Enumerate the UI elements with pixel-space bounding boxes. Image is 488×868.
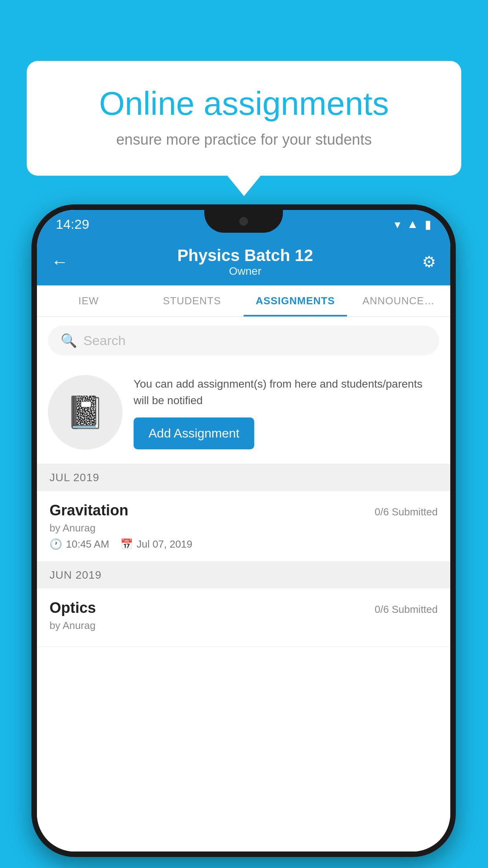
search-input-wrapper[interactable]: 🔍 Search bbox=[48, 326, 439, 355]
assignment-date-value: Jul 07, 2019 bbox=[137, 538, 193, 550]
phone-screen: 14:29 ▾ ▲ ▮ ← Physics Batch 12 Owner ⚙ I… bbox=[37, 210, 450, 851]
header-center: Physics Batch 12 Owner bbox=[177, 246, 313, 278]
tabs-bar: IEW STUDENTS ASSIGNMENTS ANNOUNCE… bbox=[37, 285, 450, 317]
battery-icon: ▮ bbox=[425, 217, 431, 231]
tab-iew[interactable]: IEW bbox=[37, 285, 140, 316]
assignment-submitted: 0/6 Submitted bbox=[375, 506, 438, 518]
status-icons: ▾ ▲ ▮ bbox=[394, 217, 431, 231]
calendar-icon: 📅 bbox=[120, 538, 133, 550]
header-title: Physics Batch 12 bbox=[177, 246, 313, 265]
signal-icon: ▲ bbox=[407, 217, 418, 231]
app-header: ← Physics Batch 12 Owner ⚙ bbox=[37, 238, 450, 285]
camera bbox=[239, 217, 248, 226]
promo-title: Online assignments bbox=[54, 85, 434, 123]
assignment-item-optics[interactable]: Optics 0/6 Submitted by Anurag bbox=[37, 588, 450, 647]
assignment-name-optics: Optics bbox=[50, 600, 96, 616]
wifi-icon: ▾ bbox=[394, 217, 400, 231]
assignment-meta: 🕐 10:45 AM 📅 Jul 07, 2019 bbox=[50, 538, 438, 550]
assignment-time: 🕐 10:45 AM bbox=[50, 538, 109, 550]
assignment-name: Gravitation bbox=[50, 502, 128, 519]
tab-announcements[interactable]: ANNOUNCE… bbox=[347, 285, 450, 316]
assignment-submitted-optics: 0/6 Submitted bbox=[375, 603, 438, 616]
search-icon: 🔍 bbox=[61, 333, 77, 348]
assignment-row1: Gravitation 0/6 Submitted bbox=[50, 502, 438, 519]
month-header-jun: JUN 2019 bbox=[37, 562, 450, 588]
header-subtitle: Owner bbox=[177, 265, 313, 278]
month-header-jul: JUL 2019 bbox=[37, 464, 450, 491]
promo-subtitle: ensure more practice for your students bbox=[54, 131, 434, 148]
search-placeholder: Search bbox=[83, 333, 126, 348]
tab-assignments[interactable]: ASSIGNMENTS bbox=[244, 285, 347, 316]
assignment-date: 📅 Jul 07, 2019 bbox=[120, 538, 193, 550]
notch bbox=[204, 210, 283, 233]
status-bar: 14:29 ▾ ▲ ▮ bbox=[37, 210, 450, 238]
back-button[interactable]: ← bbox=[51, 252, 68, 272]
add-assignment-button[interactable]: Add Assignment bbox=[134, 417, 254, 449]
assignment-icon-circle: 📓 bbox=[48, 375, 123, 450]
search-bar: 🔍 Search bbox=[37, 317, 450, 364]
assignment-by-optics: by Anurag bbox=[50, 620, 438, 632]
assignment-info-text: You can add assignment(s) from here and … bbox=[134, 376, 439, 409]
assignment-info: You can add assignment(s) from here and … bbox=[134, 376, 439, 449]
tab-students[interactable]: STUDENTS bbox=[140, 285, 244, 316]
clock-icon: 🕐 bbox=[50, 538, 62, 550]
assignment-time-value: 10:45 AM bbox=[66, 538, 109, 550]
assignment-row1-optics: Optics 0/6 Submitted bbox=[50, 600, 438, 616]
content-area: 🔍 Search 📓 You can add assignment(s) fro… bbox=[37, 317, 450, 851]
assignment-item-gravitation[interactable]: Gravitation 0/6 Submitted by Anurag 🕐 10… bbox=[37, 491, 450, 562]
phone-frame: 14:29 ▾ ▲ ▮ ← Physics Batch 12 Owner ⚙ I… bbox=[31, 204, 456, 857]
status-time: 14:29 bbox=[56, 217, 89, 232]
settings-button[interactable]: ⚙ bbox=[422, 253, 436, 271]
notebook-icon: 📓 bbox=[66, 394, 105, 431]
promo-card: Online assignments ensure more practice … bbox=[27, 61, 461, 176]
assignment-by: by Anurag bbox=[50, 522, 438, 534]
add-assignment-section: 📓 You can add assignment(s) from here an… bbox=[37, 364, 450, 464]
